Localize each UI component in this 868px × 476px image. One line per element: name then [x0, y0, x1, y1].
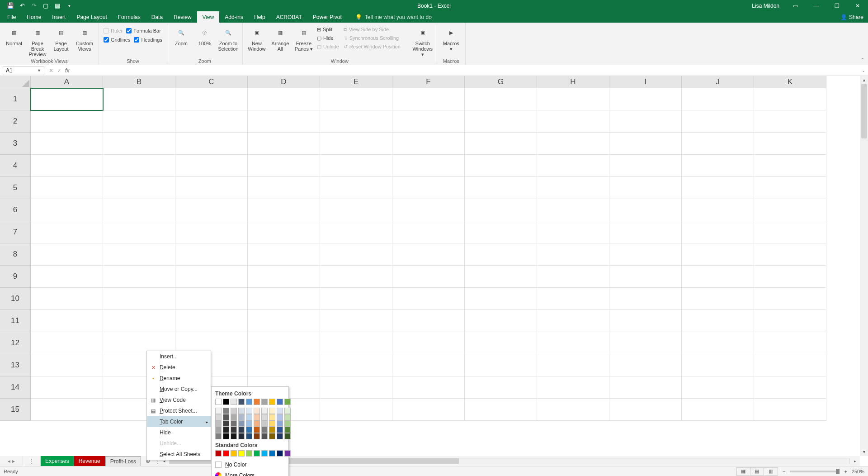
cell-H5[interactable] — [537, 177, 609, 199]
color-swatch[interactable] — [231, 414, 237, 420]
color-swatch[interactable] — [254, 420, 260, 427]
share-button[interactable]: 👤 Share — [840, 11, 863, 23]
cell-H4[interactable] — [537, 155, 609, 177]
cell-G6[interactable] — [465, 199, 537, 221]
cell-E10[interactable] — [320, 288, 392, 310]
cell-J12[interactable] — [682, 332, 754, 354]
cell-I10[interactable] — [609, 288, 682, 310]
cell-B2[interactable] — [103, 110, 175, 133]
vertical-scrollbar[interactable]: ▲ ▼ — [860, 76, 868, 456]
cell-H1[interactable] — [537, 88, 609, 110]
cell-D10[interactable] — [248, 288, 320, 310]
cell-G4[interactable] — [465, 155, 537, 177]
cell-G13[interactable] — [465, 354, 537, 376]
cell-B7[interactable] — [103, 221, 175, 243]
color-swatch[interactable] — [269, 433, 275, 439]
sheet-tab-profit-loss[interactable]: Profit-Loss — [105, 456, 141, 466]
cell-C8[interactable] — [175, 243, 248, 266]
color-swatch[interactable] — [223, 427, 229, 433]
freeze-panes-button[interactable]: ▤Freeze Panes ▾ — [292, 24, 315, 52]
color-swatch[interactable] — [231, 399, 237, 405]
cell-A13[interactable] — [31, 354, 103, 376]
cell-E2[interactable] — [320, 110, 392, 133]
cell-I15[interactable] — [609, 399, 682, 421]
tab-data[interactable]: Data — [146, 11, 168, 23]
cell-E8[interactable] — [320, 243, 392, 266]
column-header-K[interactable]: K — [754, 76, 826, 88]
cell-E3[interactable] — [320, 133, 392, 155]
row-header-13[interactable]: 13 — [0, 354, 31, 376]
cell-I5[interactable] — [609, 177, 682, 199]
zoom-100-button[interactable]: ⦾100% — [193, 24, 216, 46]
row-header-2[interactable]: 2 — [0, 110, 31, 133]
column-header-F[interactable]: F — [392, 76, 465, 88]
cell-D7[interactable] — [248, 221, 320, 243]
cell-J1[interactable] — [682, 88, 754, 110]
cell-J13[interactable] — [682, 354, 754, 376]
cell-J11[interactable] — [682, 310, 754, 332]
color-swatch[interactable] — [269, 408, 275, 414]
color-swatch[interactable] — [254, 433, 260, 439]
cell-I3[interactable] — [609, 133, 682, 155]
cell-H11[interactable] — [537, 310, 609, 332]
user-name[interactable]: Lisa Mildon — [752, 3, 779, 9]
context-select-all-sheets[interactable]: Select All Sheets — [147, 449, 211, 460]
save-icon[interactable]: 💾 — [5, 1, 15, 10]
row-header-6[interactable]: 6 — [0, 199, 31, 221]
cell-H6[interactable] — [537, 199, 609, 221]
color-swatch[interactable] — [261, 414, 268, 420]
cell-K8[interactable] — [754, 243, 826, 266]
color-swatch[interactable] — [269, 427, 275, 433]
color-swatch[interactable] — [223, 414, 229, 420]
cell-K5[interactable] — [754, 177, 826, 199]
cell-A1[interactable] — [31, 88, 103, 110]
context-hide[interactable]: Hide — [147, 427, 211, 438]
cell-A14[interactable] — [31, 376, 103, 399]
cell-A7[interactable] — [31, 221, 103, 243]
color-swatch[interactable] — [231, 450, 237, 457]
switch-windows-button[interactable]: ▣Switch Windows ▾ — [411, 24, 434, 57]
context-rename[interactable]: •Rename — [147, 373, 211, 384]
color-swatch[interactable] — [231, 433, 237, 439]
cell-K13[interactable] — [754, 354, 826, 376]
split-button[interactable]: ⊟Split — [316, 25, 340, 33]
color-swatch[interactable] — [223, 433, 229, 439]
cell-A3[interactable] — [31, 133, 103, 155]
cell-K6[interactable] — [754, 199, 826, 221]
cell-G7[interactable] — [465, 221, 537, 243]
color-swatch[interactable] — [215, 414, 222, 420]
color-swatch[interactable] — [238, 414, 245, 420]
color-swatch[interactable] — [246, 408, 252, 414]
tab-help[interactable]: Help — [249, 11, 271, 23]
cell-A9[interactable] — [31, 266, 103, 288]
color-swatch[interactable] — [277, 427, 283, 433]
cell-K10[interactable] — [754, 288, 826, 310]
cell-F4[interactable] — [392, 155, 465, 177]
cell-G5[interactable] — [465, 177, 537, 199]
cell-B3[interactable] — [103, 133, 175, 155]
cell-F15[interactable] — [392, 399, 465, 421]
cell-B11[interactable] — [103, 310, 175, 332]
color-swatch[interactable] — [231, 427, 237, 433]
ribbon-options-icon[interactable]: ▭ — [785, 0, 806, 11]
custom-views-button[interactable]: ▧ Custom Views — [73, 24, 96, 52]
zoom-to-selection-button[interactable]: 🔍Zoom to Selection — [217, 24, 240, 52]
row-header-10[interactable]: 10 — [0, 288, 31, 310]
column-header-D[interactable]: D — [248, 76, 320, 88]
cell-A6[interactable] — [31, 199, 103, 221]
row-header-9[interactable]: 9 — [0, 266, 31, 288]
cell-J7[interactable] — [682, 221, 754, 243]
color-swatch[interactable] — [215, 450, 222, 457]
row-header-12[interactable]: 12 — [0, 332, 31, 354]
color-swatch[interactable] — [277, 420, 283, 427]
select-all-corner[interactable] — [0, 76, 31, 88]
vscroll-thumb[interactable] — [861, 84, 867, 138]
cell-B10[interactable] — [103, 288, 175, 310]
column-header-G[interactable]: G — [465, 76, 537, 88]
row-header-14[interactable]: 14 — [0, 376, 31, 399]
cell-C2[interactable] — [175, 110, 248, 133]
cell-K3[interactable] — [754, 133, 826, 155]
tab-power-pivot[interactable]: Power Pivot — [307, 11, 347, 23]
cell-F2[interactable] — [392, 110, 465, 133]
cell-J3[interactable] — [682, 133, 754, 155]
